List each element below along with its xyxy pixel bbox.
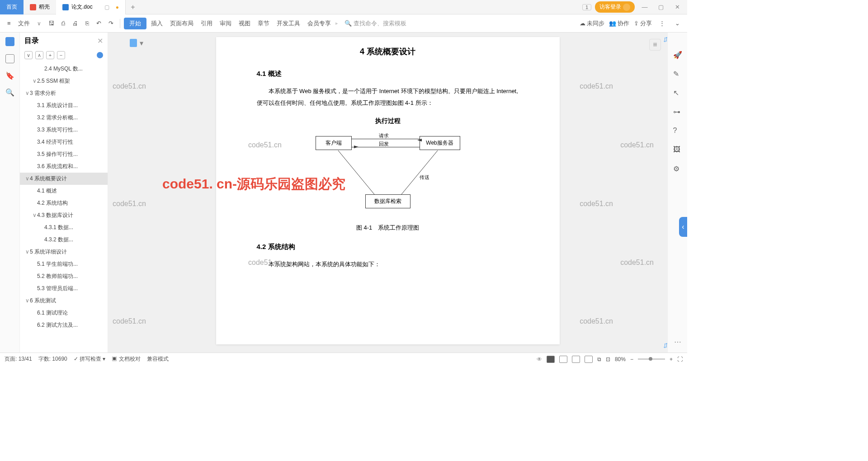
tab-insert[interactable]: 插入: [148, 18, 165, 29]
cursor-icon[interactable]: ↖: [673, 89, 682, 98]
view-outline-icon[interactable]: [559, 356, 567, 363]
view-split-icon[interactable]: ⧉: [597, 356, 601, 362]
tab-member[interactable]: 会员专享: [305, 18, 334, 29]
outline-item[interactable]: 4.2 系统结构: [20, 197, 108, 209]
save-icon[interactable]: 🖫: [46, 18, 57, 28]
tab-start[interactable]: 开始: [124, 18, 146, 29]
view-web-icon[interactable]: [572, 356, 580, 363]
outline-item[interactable]: ∨6 系统测试: [20, 295, 108, 307]
pen-icon[interactable]: ✎: [673, 70, 682, 79]
undo-icon[interactable]: ↶: [94, 18, 104, 28]
diagram-client-box: 客户端: [316, 136, 352, 150]
fullscreen-icon[interactable]: ⛶: [677, 356, 683, 362]
tab-reference[interactable]: 引用: [198, 18, 215, 29]
view-double-icon[interactable]: [585, 356, 593, 363]
tab-pagelayout[interactable]: 页面布局: [167, 18, 196, 29]
search-rail-icon[interactable]: 🔍: [5, 88, 14, 97]
scroll-bottom-icon[interactable]: ⇵: [663, 342, 667, 349]
collab-button[interactable]: 👥协作: [609, 19, 629, 28]
page-indicator[interactable]: 1: [582, 4, 591, 10]
menu-button[interactable]: ≡: [5, 18, 14, 28]
guest-login-button[interactable]: 访客登录: [595, 1, 635, 13]
close-button[interactable]: ✕: [671, 4, 684, 10]
zoom-icon[interactable]: ⊡: [606, 356, 610, 362]
more-icon[interactable]: ⋮: [656, 18, 668, 28]
collapse-ribbon-icon[interactable]: ⌄: [672, 18, 683, 28]
outline-icon[interactable]: [5, 37, 14, 46]
view-page-icon[interactable]: [547, 356, 555, 363]
tab-docao[interactable]: 稻壳: [24, 0, 56, 14]
view-eye-icon[interactable]: 👁: [537, 356, 542, 362]
print-icon[interactable]: 🖨: [70, 18, 81, 28]
preview-icon[interactable]: ⎘: [83, 18, 92, 28]
outline-item[interactable]: 3.6 系统流程和...: [20, 160, 108, 173]
figure-caption: 图 4-1 系统工作原理图: [257, 224, 519, 232]
status-words[interactable]: 字数: 10690: [38, 355, 67, 363]
tab-chapter[interactable]: 章节: [255, 18, 272, 29]
zoom-out-button[interactable]: −: [630, 356, 633, 362]
outline-item[interactable]: ∨4.3 数据库设计: [20, 209, 108, 221]
watermark: code51.cn: [620, 141, 654, 149]
bookmark-icon[interactable]: [5, 54, 14, 63]
outline-item[interactable]: 4.3.2 数据...: [20, 234, 108, 246]
outline-item[interactable]: 5.1 学生前端功...: [20, 258, 108, 270]
doc-icon[interactable]: [130, 39, 137, 47]
outline-item[interactable]: 3.4 经济可行性: [20, 136, 108, 148]
outline-item[interactable]: 4.3.1 数据...: [20, 221, 108, 234]
status-compat[interactable]: 兼容模式: [147, 355, 169, 363]
status-page[interactable]: 页面: 13/41: [5, 355, 32, 363]
outline-item[interactable]: ∨5 系统详细设计: [20, 246, 108, 258]
sync-button[interactable]: ☁未同步: [580, 19, 604, 28]
outline-item[interactable]: ∨4 系统概要设计: [20, 173, 108, 185]
outline-item[interactable]: 3.2 需求分析概...: [20, 112, 108, 124]
outline-settings-icon[interactable]: [97, 52, 103, 58]
help-icon[interactable]: ?: [673, 127, 682, 136]
zoom-value[interactable]: 80%: [615, 356, 626, 362]
expand-all-button[interactable]: ∧: [35, 51, 43, 59]
remove-heading-button[interactable]: −: [57, 51, 65, 59]
scroll-top-icon[interactable]: ⇵: [663, 36, 667, 43]
tab-review[interactable]: 审阅: [217, 18, 234, 29]
outline-item[interactable]: ∨3 需求分析: [20, 87, 108, 99]
gear-icon[interactable]: ⚙: [673, 165, 682, 174]
settings-icon[interactable]: ⊶: [673, 108, 682, 117]
outline-item[interactable]: 6.1 测试理论: [20, 307, 108, 319]
status-spellcheck[interactable]: ✓ 拼写检查 ▾: [74, 355, 106, 363]
maximize-button[interactable]: ▢: [655, 4, 667, 10]
file-menu[interactable]: 文件: [15, 18, 33, 29]
collapse-right-button[interactable]: ‹: [679, 217, 687, 237]
tag-icon[interactable]: 🔖: [5, 71, 14, 80]
export-icon[interactable]: ⎙: [59, 18, 68, 28]
filter-button[interactable]: ≡: [649, 39, 661, 51]
document-area[interactable]: ▾ ≡ 4 系统概要设计 4.1 概述 本系统基于 Web 服务模式，是一个适用…: [108, 33, 667, 353]
search-box[interactable]: 🔍 查找命令、搜索模板: [344, 19, 406, 28]
minimize-button[interactable]: —: [638, 4, 651, 10]
outline-close-button[interactable]: ✕: [97, 37, 103, 45]
tab-document[interactable]: 论文.doc ▢ ●: [56, 0, 126, 14]
outline-item[interactable]: 6.2 测试方法及...: [20, 319, 108, 331]
tab-devtools[interactable]: 开发工具: [274, 18, 303, 29]
outline-item[interactable]: 3.5 操作可行性...: [20, 148, 108, 160]
outline-item[interactable]: 5.3 管理员后端...: [20, 282, 108, 295]
new-tab-button[interactable]: +: [126, 3, 140, 11]
outline-item[interactable]: 5.2 教师前端功...: [20, 270, 108, 282]
zoom-slider[interactable]: [638, 358, 665, 360]
redo-icon[interactable]: ↷: [106, 18, 116, 28]
collapse-all-button[interactable]: ∨: [24, 51, 33, 59]
image-icon[interactable]: 🖼: [673, 146, 682, 155]
outline-item[interactable]: 2.4 MySQL 数...: [20, 63, 108, 75]
outline-item[interactable]: 4.1 概述: [20, 185, 108, 197]
more-tools-icon[interactable]: ⋯: [674, 338, 681, 346]
people-icon: 👥: [609, 20, 616, 27]
zoom-in-button[interactable]: +: [670, 356, 673, 362]
outline-item[interactable]: ∨2.5 SSM 框架: [20, 75, 108, 87]
tab-view[interactable]: 视图: [236, 18, 253, 29]
tab-home[interactable]: 首页: [0, 0, 24, 14]
outline-item[interactable]: 3.3 系统可行性...: [20, 124, 108, 136]
rocket-icon[interactable]: 🚀: [673, 51, 682, 60]
add-heading-button[interactable]: +: [46, 51, 54, 59]
doc-dropdown-icon[interactable]: ▾: [140, 39, 143, 47]
outline-item[interactable]: 3.1 系统设计目...: [20, 99, 108, 112]
status-proofread[interactable]: ▣ 文档校对: [112, 355, 140, 363]
share-button[interactable]: ⇪分享: [634, 19, 652, 28]
